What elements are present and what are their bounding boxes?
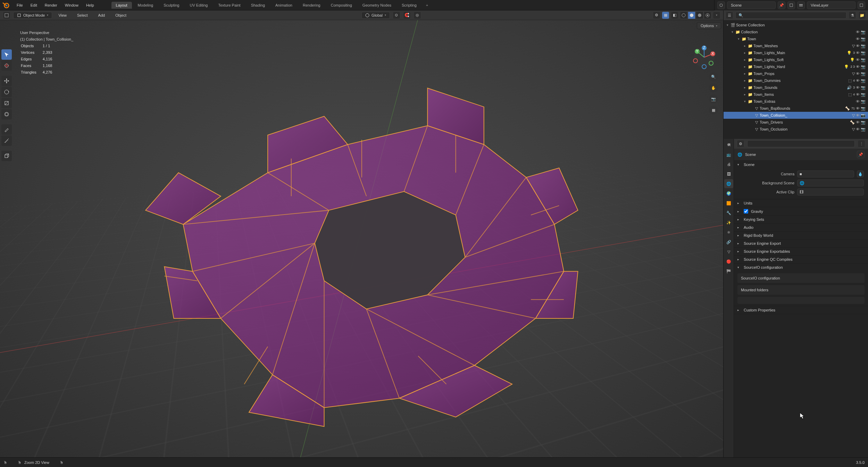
tab-compositing[interactable]: Compositing (326, 2, 357, 9)
render-toggle[interactable]: 📷 (860, 44, 866, 48)
tool-transform[interactable] (1, 109, 12, 119)
visibility-toggle[interactable]: 👁 (855, 106, 860, 110)
render-toggle[interactable]: 📷 (860, 120, 866, 125)
ptab-object[interactable]: 🟧 (724, 199, 733, 208)
render-toggle[interactable]: 📷 (860, 113, 866, 118)
new-viewlayer-icon[interactable] (858, 1, 865, 9)
tree-row[interactable]: ▸📁Town_Dummies⬚4👁📷 (724, 77, 868, 84)
disclose-icon[interactable]: ▸ (742, 86, 747, 89)
disclose-icon[interactable]: ▸ (742, 65, 747, 68)
tree-row[interactable]: ▽Town_Drivers🦴👁📷 (724, 119, 868, 126)
nav-persp-icon[interactable]: ▦ (709, 106, 718, 115)
tree-row[interactable]: ▽Town_Occlusion▽👁📷 (724, 126, 868, 133)
viewlayer-browse-icon[interactable] (797, 1, 805, 9)
vp-menu-select[interactable]: Select (74, 12, 91, 19)
camera-field[interactable]: ■ (797, 170, 854, 177)
ptab-render[interactable]: 📺 (724, 150, 733, 159)
disclose-icon[interactable]: ▾ (725, 23, 730, 27)
mounted-folders-list[interactable] (737, 297, 865, 304)
render-toggle[interactable]: 📷 (860, 106, 866, 111)
add-workspace-button[interactable]: + (423, 2, 432, 9)
menu-edit[interactable]: Edit (27, 2, 41, 9)
gravity-checkbox[interactable] (744, 209, 748, 214)
disclose-icon[interactable]: ▸ (742, 44, 747, 48)
tree-row[interactable]: ▸📁Town_Items⬚4👁📷 (724, 91, 868, 98)
render-toggle[interactable]: 📷 (860, 72, 866, 76)
visibility-toggle[interactable]: 👁 (855, 92, 860, 97)
shading-solid[interactable] (688, 11, 695, 19)
tree-row[interactable]: ▸📁Town_Sounds🔊3👁📷 (724, 84, 868, 91)
render-toggle[interactable]: 📷 (860, 51, 866, 55)
visibility-toggle[interactable]: 👁 (855, 51, 860, 55)
ptab-data[interactable]: ▽ (724, 247, 733, 256)
tree-row[interactable]: ▾📁Town👁📷 (724, 35, 868, 42)
tree-row[interactable]: ▸📁Town_Lights_Main💡3👁📷 (724, 49, 868, 56)
eyedropper-icon[interactable]: 💧 (857, 170, 864, 177)
tree-row[interactable]: ▽Town_Collision_▽👁📷 (724, 112, 868, 119)
tree-row[interactable]: ▸📁Town_Lights_Soft💡👁📷 (724, 56, 868, 63)
disclose-icon[interactable]: ▸ (742, 72, 747, 75)
tree-row[interactable]: ▸📁Town_Lights_Hard💡2 3👁📷 (724, 63, 868, 70)
ptab-constraints[interactable]: 🔗 (724, 237, 733, 247)
scene-name-field[interactable]: Scene (727, 1, 776, 9)
tool-cursor[interactable] (1, 60, 12, 71)
overlays-toggle[interactable]: ▦ (662, 11, 669, 19)
tab-rendering[interactable]: Rendering (298, 2, 325, 9)
menu-file[interactable]: File (13, 2, 26, 9)
render-toggle[interactable]: 📷 (860, 99, 866, 104)
properties-search[interactable] (747, 140, 855, 147)
visibility-toggle[interactable]: 👁 (855, 30, 860, 34)
vp-menu-add[interactable]: Add (95, 12, 109, 19)
render-toggle[interactable]: 📷 (860, 58, 866, 62)
xray-toggle[interactable]: ◧ (671, 11, 678, 19)
orientation-dropdown[interactable]: Global ▾ (361, 12, 390, 19)
snap-icon[interactable]: 🧲 (403, 11, 411, 19)
nav-camera-icon[interactable]: 📷 (709, 94, 718, 103)
render-toggle[interactable]: 📷 (860, 78, 866, 83)
tree-row[interactable]: ▽Town_BspBounds🦴71👁📷 (724, 105, 868, 112)
shading-matpreview[interactable] (696, 11, 703, 19)
scene-browse-icon[interactable] (717, 1, 725, 9)
proportional-icon[interactable]: ◎ (414, 11, 421, 19)
new-collection-icon[interactable]: 📁 (858, 11, 866, 19)
tab-modeling[interactable]: Modeling (133, 2, 158, 9)
visibility-toggle[interactable]: 👁 (855, 37, 860, 41)
tool-scale[interactable] (1, 98, 12, 108)
disclose-icon[interactable]: ▾ (736, 37, 741, 41)
tree-row-root[interactable]: ▾ 🎬 Scene Collection (724, 22, 868, 28)
tab-animation[interactable]: Animation (271, 2, 297, 9)
ptab-physics[interactable]: ⚛ (724, 228, 733, 237)
props-options-icon[interactable]: ⋮ (858, 140, 865, 148)
ptab-modifiers[interactable]: 🔧 (724, 208, 733, 217)
gizmo-visibility-icon[interactable]: ⚙ (653, 11, 660, 19)
ptab-scene[interactable]: 🌐 (724, 179, 733, 188)
shading-wireframe[interactable] (680, 11, 687, 19)
tree-row[interactable]: ▸📁Town_Props▽👁📷 (724, 70, 868, 77)
props-type-icon[interactable]: ⚙ (737, 140, 744, 148)
tool-measure[interactable] (1, 135, 12, 146)
3d-viewport[interactable]: Options▾ User Perspective (1) Collection… (0, 20, 723, 457)
visibility-toggle[interactable]: 👁 (855, 72, 860, 76)
tool-rotate[interactable] (1, 87, 12, 97)
tree-row[interactable]: ▾📁Town_Extras👁📷 (724, 98, 868, 105)
pin-icon[interactable]: 📌 (857, 151, 865, 158)
mode-dropdown[interactable]: Object Mode ▾ (13, 12, 52, 19)
visibility-toggle[interactable]: 👁 (855, 99, 860, 103)
tab-uv-editing[interactable]: UV Editing (185, 2, 212, 9)
disclose-icon[interactable]: ▾ (742, 100, 747, 103)
tab-scripting[interactable]: Scripting (397, 2, 421, 9)
ptab-world[interactable]: 🌍 (724, 189, 733, 198)
ptab-material[interactable]: 🔴 (724, 257, 733, 266)
tab-shading[interactable]: Shading (247, 2, 269, 9)
visibility-toggle[interactable]: 👁 (855, 113, 860, 117)
nav-pan-icon[interactable]: ✋ (709, 83, 718, 92)
tool-annotate[interactable] (1, 124, 12, 135)
visibility-toggle[interactable]: 👁 (855, 78, 860, 83)
outliner-type-icon[interactable]: ☰ (726, 11, 733, 19)
shading-options-icon[interactable]: ▾ (713, 11, 720, 19)
disclose-icon[interactable]: ▸ (742, 79, 747, 82)
pivot-icon[interactable]: ⊙ (393, 11, 400, 19)
render-toggle[interactable]: 📷 (860, 85, 866, 90)
ptab-tool[interactable]: 🛠 (724, 140, 733, 149)
viewport-options-button[interactable]: Options▾ (697, 22, 721, 29)
